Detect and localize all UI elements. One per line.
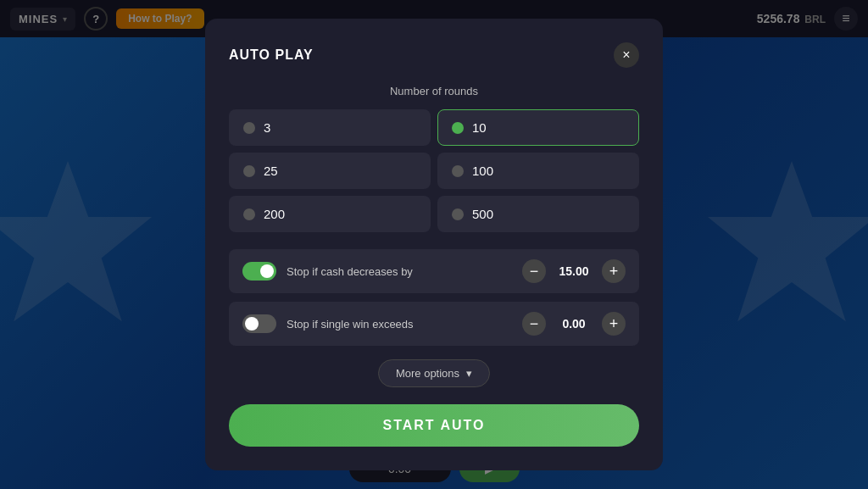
stop-win-toggle[interactable] (242, 314, 276, 333)
stop-win-decrease-button[interactable]: − (522, 312, 546, 336)
stop-win-value: 0.00 (553, 317, 595, 331)
chevron-down-icon: ▾ (466, 367, 472, 380)
stop-win-control: − 0.00 + (522, 312, 626, 336)
round-value-100: 100 (472, 164, 493, 178)
rounds-grid: 3 10 25 100 200 500 (229, 109, 639, 232)
stop-cash-increase-button[interactable]: + (602, 259, 626, 283)
radio-dot-200 (243, 208, 255, 220)
round-option-3[interactable]: 3 (229, 109, 431, 146)
round-option-10[interactable]: 10 (437, 109, 639, 146)
stop-cash-label: Stop if cash decreases by (287, 265, 522, 278)
round-value-500: 500 (472, 207, 493, 221)
round-option-500[interactable]: 500 (437, 196, 639, 232)
round-value-10: 10 (472, 120, 487, 135)
round-option-100[interactable]: 100 (437, 153, 639, 189)
radio-dot-10 (452, 122, 464, 134)
toggle-knob-cash (260, 264, 274, 278)
stop-cash-control: − 15.00 + (522, 259, 626, 283)
rounds-label: Number of rounds (229, 85, 639, 97)
more-options-button[interactable]: More options ▾ (378, 359, 490, 387)
round-value-3: 3 (264, 120, 270, 135)
stop-win-label: Stop if single win exceeds (287, 318, 522, 331)
modal-header: AUTO PLAY × (229, 42, 639, 68)
round-option-200[interactable]: 200 (229, 196, 431, 232)
radio-dot-3 (243, 122, 255, 134)
more-options-label: More options (396, 367, 459, 380)
stop-cash-decrease-button[interactable]: − (522, 259, 546, 283)
round-value-200: 200 (264, 207, 285, 221)
stop-cash-row: Stop if cash decreases by − 15.00 + (229, 249, 639, 293)
autoplay-modal: AUTO PLAY × Number of rounds 3 10 25 (205, 19, 663, 470)
stop-win-increase-button[interactable]: + (602, 312, 626, 336)
stop-cash-value: 15.00 (553, 264, 595, 278)
modal-close-button[interactable]: × (614, 42, 639, 68)
toggle-knob-win (245, 317, 259, 331)
radio-dot-500 (452, 208, 464, 220)
stop-cash-toggle[interactable] (242, 262, 276, 281)
start-auto-button[interactable]: START AUTO (229, 404, 639, 447)
modal-overlay: AUTO PLAY × Number of rounds 3 10 25 (0, 0, 868, 489)
radio-dot-25 (243, 165, 255, 177)
more-options-row: More options ▾ (229, 359, 639, 387)
stop-win-row: Stop if single win exceeds − 0.00 + (229, 302, 639, 346)
round-option-25[interactable]: 25 (229, 153, 431, 189)
round-value-25: 25 (264, 164, 278, 178)
modal-title: AUTO PLAY (229, 47, 314, 63)
radio-dot-100 (452, 165, 464, 177)
